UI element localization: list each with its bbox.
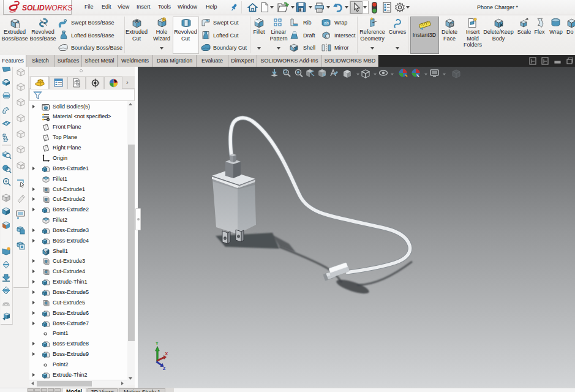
svg-text:ab: ab bbox=[324, 21, 329, 25]
svg-text:X: X bbox=[165, 352, 168, 356]
svg-text:WORKS: WORKS bbox=[45, 4, 72, 12]
svg-text:Y: Y bbox=[156, 341, 159, 345]
svg-text:SOLID: SOLID bbox=[22, 4, 45, 12]
svg-text:Z: Z bbox=[163, 366, 166, 371]
